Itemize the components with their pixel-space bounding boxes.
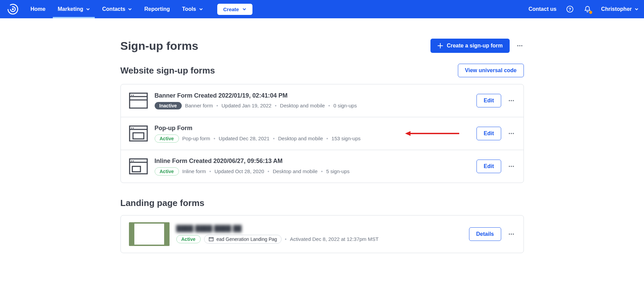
chevron-down-icon bbox=[128, 7, 132, 11]
devices: Desktop and mobile bbox=[273, 168, 318, 174]
form-info: Inline Form Created 2020/06/27, 09:56:13… bbox=[155, 158, 470, 176]
form-meta: Active ead Generation Landing Pag • Acti… bbox=[176, 235, 463, 244]
nav-items: Home Marketing Contacts Reporting Tools … bbox=[28, 0, 252, 18]
svg-rect-8 bbox=[130, 93, 147, 108]
nav-reporting[interactable]: Reporting bbox=[142, 0, 172, 18]
nav-label: Contacts bbox=[102, 6, 125, 12]
devices: Desktop and mobile bbox=[280, 103, 325, 108]
separator: • bbox=[273, 136, 274, 141]
top-nav: Home Marketing Contacts Reporting Tools … bbox=[0, 0, 644, 18]
svg-point-28 bbox=[133, 161, 134, 162]
create-label: Create bbox=[223, 6, 239, 12]
webpage-icon bbox=[208, 236, 214, 242]
user-menu[interactable]: Christopher bbox=[601, 6, 639, 12]
contact-us-link[interactable]: Contact us bbox=[529, 6, 557, 12]
form-name[interactable]: Banner Form Created 2022/01/19, 02:41:04… bbox=[155, 92, 470, 99]
header-actions: Create a sign-up form bbox=[430, 39, 524, 53]
create-signup-form-button[interactable]: Create a sign-up form bbox=[430, 39, 509, 53]
row-actions: Edit bbox=[476, 94, 515, 107]
form-info: Banner Form Created 2022/01/19, 02:41:04… bbox=[155, 92, 470, 109]
svg-rect-20 bbox=[133, 133, 144, 139]
svg-point-31 bbox=[509, 166, 510, 167]
svg-point-25 bbox=[513, 133, 514, 134]
page-title: Sign-up forms bbox=[120, 39, 198, 53]
button-label: Create a sign-up form bbox=[447, 43, 503, 49]
updated-date: Updated Jan 19, 2022 bbox=[221, 103, 271, 108]
status-badge: Active bbox=[155, 167, 179, 176]
row-more-button[interactable] bbox=[507, 162, 515, 170]
form-meta: Active Pop-up form • Updated Dec 28, 202… bbox=[155, 135, 470, 143]
form-name[interactable]: Pop-up Form bbox=[155, 125, 470, 132]
form-name[interactable]: ████ ████ ████ ██ bbox=[176, 225, 463, 232]
status-badge: Active bbox=[155, 135, 179, 143]
edit-button[interactable]: Edit bbox=[476, 94, 501, 107]
svg-point-10 bbox=[133, 95, 134, 96]
edit-button[interactable]: Edit bbox=[476, 127, 501, 140]
row-actions: Edit bbox=[476, 127, 515, 140]
brand-logo[interactable] bbox=[5, 2, 20, 17]
nav-contacts[interactable]: Contacts bbox=[100, 0, 134, 18]
nav-label: Home bbox=[30, 6, 45, 12]
form-meta: Active Inline form • Updated Oct 28, 202… bbox=[155, 167, 470, 176]
row-more-button[interactable] bbox=[507, 129, 515, 138]
nav-label: Tools bbox=[182, 6, 196, 12]
separator: • bbox=[209, 168, 211, 174]
form-name[interactable]: Inline Form Created 2020/06/27, 09:56:13… bbox=[155, 158, 470, 165]
svg-point-23 bbox=[509, 133, 510, 134]
landing-page-thumbnail bbox=[129, 222, 170, 246]
help-icon[interactable]: ? bbox=[566, 5, 574, 13]
nav-marketing[interactable]: Marketing bbox=[55, 0, 92, 18]
username-label: Christopher bbox=[601, 6, 632, 12]
devices: Desktop and mobile bbox=[278, 136, 323, 141]
create-button[interactable]: Create bbox=[217, 4, 253, 15]
svg-point-7 bbox=[521, 45, 522, 46]
svg-point-37 bbox=[511, 233, 512, 234]
status-badge: Active bbox=[176, 235, 201, 243]
svg-point-5 bbox=[517, 45, 518, 46]
separator: • bbox=[214, 136, 215, 141]
page-more-button[interactable] bbox=[516, 42, 524, 50]
details-button[interactable]: Details bbox=[469, 227, 501, 241]
row-actions: Details bbox=[469, 227, 515, 241]
separator: • bbox=[328, 103, 330, 108]
nav-label: Marketing bbox=[58, 6, 83, 12]
chip-label: ead Generation Landing Pag bbox=[217, 236, 277, 242]
activated-date: Activated Dec 8, 2022 at 12:37pm MST bbox=[290, 236, 379, 242]
row-more-button[interactable] bbox=[507, 230, 515, 238]
status-badge: Inactive bbox=[155, 102, 182, 109]
form-row: Banner Form Created 2022/01/19, 02:41:04… bbox=[121, 84, 524, 117]
svg-point-6 bbox=[519, 45, 520, 46]
svg-point-2 bbox=[12, 8, 14, 10]
svg-point-33 bbox=[513, 166, 514, 167]
row-actions: Edit bbox=[476, 160, 515, 173]
svg-point-24 bbox=[511, 133, 512, 134]
view-universal-code-button[interactable]: View universal code bbox=[458, 64, 524, 77]
landing-section-header: Landing page forms bbox=[120, 198, 524, 208]
separator: • bbox=[285, 236, 287, 242]
chevron-down-icon bbox=[86, 7, 90, 11]
website-form-list: Banner Form Created 2022/01/19, 02:41:04… bbox=[120, 84, 524, 183]
separator: • bbox=[216, 103, 218, 108]
banner-form-icon bbox=[129, 91, 148, 110]
edit-button[interactable]: Edit bbox=[476, 160, 501, 173]
form-info: Pop-up Form Active Pop-up form • Updated… bbox=[155, 125, 470, 143]
page-header: Sign-up forms Create a sign-up form bbox=[120, 18, 524, 64]
svg-point-18 bbox=[133, 128, 134, 129]
form-row: Pop-up Form Active Pop-up form • Updated… bbox=[121, 117, 524, 150]
signups-count: 5 sign-ups bbox=[326, 168, 350, 174]
svg-text:?: ? bbox=[569, 7, 571, 12]
row-more-button[interactable] bbox=[507, 97, 515, 105]
svg-rect-30 bbox=[132, 166, 140, 172]
form-row: ████ ████ ████ ██ Active ead Generation … bbox=[121, 215, 524, 253]
form-type: Inline form bbox=[182, 168, 206, 174]
landing-page-chip[interactable]: ead Generation Landing Pag bbox=[204, 235, 282, 244]
nav-tools[interactable]: Tools bbox=[180, 0, 205, 18]
separator: • bbox=[326, 136, 328, 141]
nav-home[interactable]: Home bbox=[28, 0, 47, 18]
notification-icon[interactable] bbox=[583, 5, 592, 13]
svg-point-27 bbox=[131, 161, 132, 162]
inline-form-icon bbox=[129, 157, 148, 176]
form-info: ████ ████ ████ ██ Active ead Generation … bbox=[176, 225, 463, 244]
signups-count: 153 sign-ups bbox=[332, 136, 361, 141]
form-row: Inline Form Created 2020/06/27, 09:56:13… bbox=[121, 150, 524, 183]
